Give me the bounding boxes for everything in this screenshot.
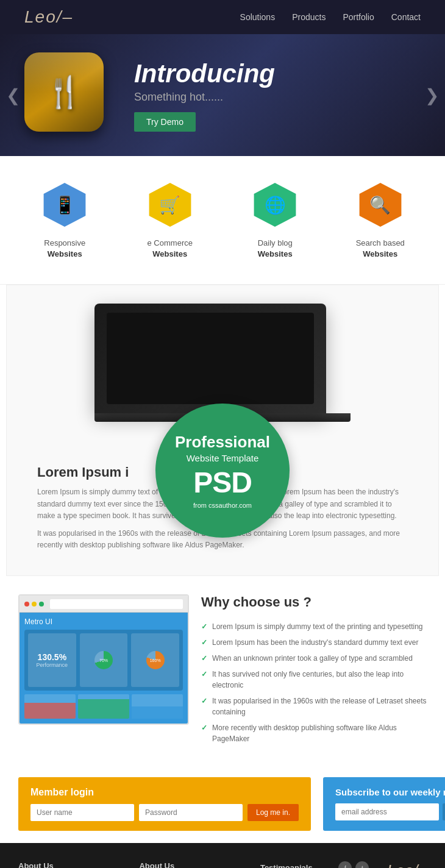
promo-circle: Professional Website Template PSD from c… <box>155 404 290 538</box>
footer-col-about2: About Us About us Why us Customer Storie… <box>139 861 247 868</box>
bar-chart-1 <box>24 694 76 719</box>
hero-prev-arrow[interactable]: ❮ <box>6 85 20 105</box>
social-facebook-icon[interactable]: f <box>338 861 352 868</box>
hero-next-arrow[interactable]: ❯ <box>425 85 439 105</box>
metric-performance: 130.5% Performance <box>28 633 76 687</box>
app-icon-image: 🍴 <box>45 74 83 110</box>
password-input[interactable] <box>139 804 243 821</box>
feature-responsive-hexagon: 📱 <box>40 180 89 229</box>
feature-search-label: Search basedWebsites <box>356 238 405 260</box>
donut1-value: 70% <box>99 658 108 663</box>
newsletter-heading: Subscribe to our weekly newsletter <box>335 787 445 797</box>
metrics-container: 130.5% Performance 70% 160% <box>24 630 183 691</box>
why-item-6: More recently with desktop publishing so… <box>201 720 427 747</box>
laptop-screen <box>107 313 314 404</box>
newsletter-box: Subscribe to our weekly newsletter Subsc… <box>323 777 445 831</box>
footer-col1-heading: About Us <box>18 861 127 868</box>
hero-section: ❮ 🍴 Introducing Something hot...... Try … <box>0 34 445 156</box>
social-twitter-icon[interactable]: t <box>355 861 369 868</box>
browser-url-bar <box>50 599 183 609</box>
hero-subtitle: Something hot...... <box>134 91 275 104</box>
browser-max-dot <box>39 602 44 607</box>
feature-responsive[interactable]: 📱 ResponsiveWebsites <box>18 180 111 260</box>
blog-icon: 🌐 <box>265 195 286 215</box>
browser-bar <box>20 596 188 613</box>
why-browser-mockup: Metro UI 130.5% Performance 70% 160% <box>18 594 189 725</box>
subscribe-button[interactable]: Subscribe <box>443 803 445 820</box>
browser-min-dot <box>32 602 37 607</box>
features-section: 📱 ResponsiveWebsites 🛒 e CommerceWebsite… <box>0 156 445 285</box>
donut-chart-1: 70% <box>94 651 113 669</box>
nav-products[interactable]: Products <box>292 12 326 22</box>
footer-social-icons: f t <box>338 861 369 868</box>
member-login-box: Member login Log me in. <box>18 777 311 831</box>
why-section: Metro UI 130.5% Performance 70% 160% <box>0 576 445 765</box>
bar-chart-3 <box>132 694 183 719</box>
username-input[interactable] <box>30 804 134 821</box>
footer-col2-heading: About Us <box>139 861 247 868</box>
promo-source: from cssauthor.com <box>193 502 252 509</box>
mockup-section: Professional Website Template PSD from c… <box>6 285 439 576</box>
newsletter-fields: Subscribe <box>335 803 445 820</box>
feature-blog[interactable]: 🌐 Daily blogWebsites <box>229 180 321 260</box>
footer-col-testimonials: Testimoanials f t Lorem Ipsum is simply … <box>260 861 369 868</box>
footer-logo-col: Leo/– © cssauthor.com <box>381 861 427 868</box>
navigation: Leo/– Solutions Products Portfolio Conta… <box>0 0 445 34</box>
nav-contact[interactable]: Contact <box>391 12 421 22</box>
why-item-4: It has survived not only five centuries,… <box>201 666 427 693</box>
feature-ecommerce-hexagon: 🛒 <box>146 180 194 229</box>
feature-search[interactable]: 🔍 Search basedWebsites <box>334 180 427 260</box>
footer-logo: Leo/– <box>387 861 427 868</box>
promo-psd: PSD <box>193 466 252 499</box>
footer: About Us About us Why us Customer Storie… <box>0 843 445 868</box>
browser-title: Metro UI <box>24 617 183 626</box>
metric-donut2: 160% <box>131 633 179 687</box>
footer-testimonials-heading: Testimoanials <box>260 863 313 868</box>
hero-text: Introducing Something hot...... Try Demo <box>134 59 275 132</box>
ecommerce-icon: 🛒 <box>159 195 180 215</box>
footer-col-about1: About Us About us Why us Customer Storie… <box>18 861 127 868</box>
donut2-value: 160% <box>150 658 161 663</box>
browser-content: Metro UI 130.5% Performance 70% 160% <box>20 613 188 724</box>
nav-links: Solutions Products Portfolio Contact <box>240 12 421 22</box>
login-fields: Log me in. <box>30 804 299 821</box>
nav-solutions[interactable]: Solutions <box>240 12 276 22</box>
hero-app-icon: 🍴 <box>24 52 110 138</box>
why-text: Why choose us ? Lorem Ipsum is simply du… <box>201 594 427 747</box>
login-button[interactable]: Log me in. <box>247 804 299 821</box>
metric-donut1: 70% <box>80 633 128 687</box>
nav-logo: Leo/– <box>24 7 73 27</box>
promo-line2: Website Template <box>187 453 259 463</box>
why-list: Lorem Ipsum is simply dummy text of the … <box>201 619 427 747</box>
hero-cta-button[interactable]: Try Demo <box>134 112 196 132</box>
search-icon: 🔍 <box>369 195 391 215</box>
donut-chart-2: 160% <box>146 651 165 669</box>
metric-performance-label: Performance <box>37 662 68 668</box>
why-item-3: When an unknown printer took a galley of… <box>201 650 427 666</box>
member-login-heading: Member login <box>30 787 299 798</box>
hero-title: Introducing <box>134 59 275 88</box>
email-input[interactable] <box>335 803 439 820</box>
cta-section: Member login Log me in. Subscribe to our… <box>0 765 445 843</box>
feature-ecommerce-label: e CommerceWebsites <box>148 238 193 260</box>
laptop-screen-outer <box>94 304 326 413</box>
promo-line1: Professional <box>175 433 270 452</box>
feature-ecommerce[interactable]: 🛒 e CommerceWebsites <box>124 180 216 260</box>
feature-search-hexagon: 🔍 <box>356 180 405 229</box>
bar-chart-2 <box>78 694 129 719</box>
why-item-1: Lorem Ipsum is simply dummy text of the … <box>201 619 427 635</box>
why-item-5: It was popularised in the 1960s with the… <box>201 693 427 720</box>
nav-portfolio[interactable]: Portfolio <box>343 12 374 22</box>
why-item-2: Lorem Ipsum has been the industry's stan… <box>201 635 427 650</box>
feature-blog-label: Daily blogWebsites <box>258 238 293 260</box>
browser-close-dot <box>24 602 29 607</box>
why-heading: Why choose us ? <box>201 594 427 610</box>
bar-charts <box>24 694 183 719</box>
metric-performance-value: 130.5% <box>38 652 66 662</box>
responsive-icon: 📱 <box>54 195 76 215</box>
feature-blog-hexagon: 🌐 <box>251 180 299 229</box>
feature-responsive-label: ResponsiveWebsites <box>44 238 85 260</box>
